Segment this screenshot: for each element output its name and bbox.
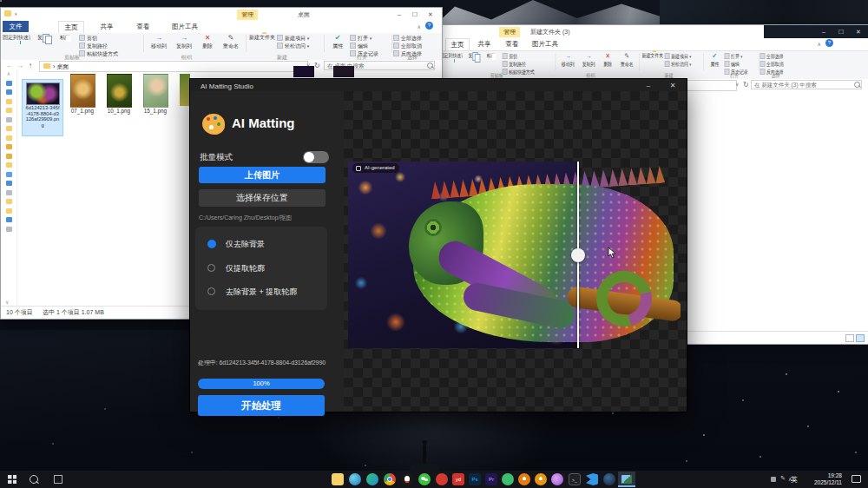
move-to-button[interactable]: → 移动到 (147, 34, 171, 58)
titlebar[interactable]: 管理 新建文件夹 (3) – ☐ ✕ (433, 25, 868, 38)
sidebar-item[interactable] (6, 117, 12, 122)
radio-selected-icon[interactable] (207, 240, 216, 248)
context-tab-manage[interactable]: 管理 (237, 10, 258, 20)
tab-home[interactable]: 主页 (58, 21, 84, 33)
tab-share[interactable]: 共享 (473, 38, 496, 49)
taskbar-search-icon[interactable] (30, 475, 38, 484)
purple-app-icon[interactable] (551, 473, 563, 485)
properties-button[interactable]: ✔ 属性 (327, 34, 348, 58)
copy-button[interactable]: 复制 (464, 52, 482, 76)
close-button[interactable]: ✕ (851, 25, 866, 38)
scroll-up-icon[interactable]: ∧ (7, 71, 10, 76)
vscode-icon[interactable] (586, 473, 598, 485)
sidebar-item[interactable] (6, 190, 12, 195)
copy-button[interactable]: 复制 (32, 34, 53, 58)
maximize-button[interactable]: ☐ (407, 8, 423, 21)
pin-to-quick-access-button[interactable]: 固定到快速访问 (3, 34, 30, 58)
taskbar-clock[interactable]: 19:28 2025/12/11 (814, 472, 842, 486)
refresh-icon[interactable]: ↻ (314, 62, 320, 69)
easy-access-button[interactable]: 轻松访问 ▾ (665, 61, 691, 68)
edge-browser-icon[interactable] (349, 473, 361, 485)
minimize-button[interactable]: – (816, 25, 832, 38)
sidebar-item[interactable] (6, 81, 12, 86)
context-tab-manage[interactable]: 管理 (499, 27, 520, 37)
tab-view[interactable]: 查看 (501, 38, 523, 49)
close-button[interactable]: ✕ (423, 8, 438, 21)
titlebar[interactable]: ▾ 管理 桌面 – ☐ ✕ (1, 8, 442, 21)
thumbnail-view-icon[interactable] (856, 334, 865, 342)
batch-mode-toggle[interactable] (303, 151, 329, 163)
option-remove-background[interactable]: 仅去除背景 (226, 239, 265, 249)
new-item-button[interactable]: 新建项目 ▾ (665, 53, 691, 60)
minimize-button[interactable]: – (391, 8, 407, 21)
sidebar-item[interactable] (6, 144, 12, 149)
file-explorer-icon[interactable] (332, 473, 344, 485)
task-view-icon[interactable] (54, 475, 62, 484)
photoshop-icon[interactable]: Ps (469, 473, 481, 485)
netease-music-icon[interactable] (436, 473, 448, 485)
quick-access-toolbar-caret[interactable]: ▾ (15, 11, 17, 16)
copy-path-button[interactable]: 复制路径 (79, 43, 108, 49)
pin-to-quick-access-button[interactable]: 固定到快速访问 (440, 52, 463, 76)
select-all-button[interactable]: 全部选择 (760, 53, 784, 60)
sidebar-item[interactable] (6, 135, 12, 141)
radio-icon[interactable] (207, 287, 215, 295)
search-input[interactable] (751, 80, 862, 89)
browser-icon[interactable] (366, 473, 378, 485)
select-none-button[interactable]: 全部取消 (760, 61, 784, 68)
sidebar-item[interactable] (6, 217, 12, 222)
refresh-icon[interactable]: ↻ (743, 81, 749, 89)
tab-home[interactable]: 主页 (445, 38, 470, 50)
tab-picture-tools[interactable]: 图片工具 (529, 38, 562, 49)
sidebar-item[interactable] (6, 208, 12, 214)
select-none-button[interactable]: 全部取消 (393, 43, 422, 49)
open-button[interactable]: 打开 ▾ (725, 53, 743, 60)
youdao-icon[interactable]: yd (452, 473, 464, 485)
tab-picture-tools[interactable]: 图片工具 (168, 21, 202, 32)
tab-view[interactable]: 查看 (131, 21, 155, 32)
ribbon-collapse-icon[interactable]: ∧ (418, 23, 421, 30)
start-button[interactable] (8, 475, 16, 484)
navigation-pane[interactable]: ∧ ∨ (1, 70, 17, 307)
ribbon-collapse-icon[interactable]: ∧ (818, 41, 821, 47)
ime-indicator[interactable]: 英 (791, 475, 798, 485)
scroll-down-icon[interactable]: ∨ (5, 299, 9, 305)
breadcrumb-location[interactable]: 桌面 (56, 63, 69, 69)
tray-pen-icon[interactable]: ✎ (780, 475, 786, 482)
blender-icon[interactable] (518, 473, 530, 485)
choose-save-location-button[interactable]: 选择保存位置 (199, 189, 326, 207)
compare-slider-handle[interactable] (571, 248, 585, 262)
sidebar-item[interactable] (6, 199, 12, 204)
start-processing-button[interactable]: 开始处理 (198, 395, 325, 416)
new-item-button[interactable]: 新建项目 ▾ (277, 35, 309, 42)
premiere-icon[interactable]: Pr (485, 473, 497, 485)
open-button[interactable]: 打开 ▾ (350, 35, 372, 42)
move-to-button[interactable]: → 移动到 (558, 52, 578, 76)
upload-image-button[interactable]: 上传图片 (199, 167, 326, 183)
rename-button[interactable]: ✎ 重命名 (219, 34, 243, 58)
rename-button[interactable]: ✎ 重命名 (617, 52, 637, 76)
qq-icon[interactable] (401, 473, 413, 485)
edit-button[interactable]: 编辑 (350, 43, 368, 49)
wechat-icon[interactable] (418, 473, 431, 485)
terminal-icon[interactable]: >_ (569, 473, 581, 485)
properties-button[interactable]: ✔ 属性 (706, 52, 723, 76)
ai-matting-window[interactable]: AI Matting Studio – ✕ AI Matting 批量模式 上传… (189, 78, 687, 412)
steam-icon[interactable] (603, 473, 615, 485)
action-center-icon[interactable] (852, 475, 861, 483)
back-icon[interactable]: ← (6, 62, 13, 69)
preview-image[interactable] (348, 162, 681, 348)
tab-share[interactable]: 共享 (95, 21, 119, 32)
active-app-ai-matting[interactable] (618, 472, 635, 487)
sidebar-item[interactable] (6, 89, 12, 95)
cut-button[interactable]: 剪切 (503, 53, 517, 60)
sidebar-item[interactable] (6, 172, 12, 177)
chevron-down-icon[interactable]: ∨ (735, 81, 739, 87)
sidebar-item[interactable] (6, 227, 12, 232)
copy-path-button[interactable]: 复制路径 (503, 61, 526, 68)
breadcrumb[interactable]: › 桌面 (39, 61, 308, 72)
evernote-icon[interactable] (502, 473, 514, 485)
forward-icon[interactable]: → (16, 62, 23, 69)
blender-alt-icon[interactable] (535, 473, 547, 485)
sidebar-item[interactable] (6, 108, 12, 113)
